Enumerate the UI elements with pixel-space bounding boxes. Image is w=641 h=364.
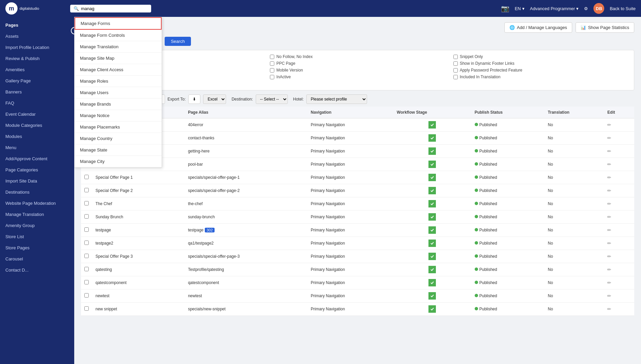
cell-edit[interactable]: ✏ [604,118,634,132]
cell-translation: No [545,158,604,171]
sidebar-item-modules[interactable]: Modules [0,131,74,142]
filter-ppc-page[interactable]: PPC Page [270,61,445,66]
sidebar-item-add-approve-content[interactable]: Add/Approve Content [0,153,74,164]
sidebar-item-gallery-page[interactable]: Gallery Page [0,75,74,86]
sidebar-item-import-profile-location[interactable]: Import Profile Location [0,42,74,53]
dropdown-item-manage-brands[interactable]: Manage Brands [75,99,162,110]
sidebar-item-amenity-group[interactable]: Amenity Group [0,220,74,231]
global-search-input[interactable] [81,6,148,11]
dropdown-item-manage-placemarks[interactable]: Manage Placemarks [75,121,162,133]
cell-edit[interactable]: ✏ [604,263,634,276]
sidebar-item-faq[interactable]: FAQ [0,97,74,109]
row-checkbox[interactable] [84,254,89,258]
row-checkbox[interactable] [84,175,89,179]
destination-select[interactable]: -- Select -- [256,94,288,104]
dropdown-item-manage-translation[interactable]: Manage Translation [75,41,162,53]
cell-edit[interactable]: ✏ [604,132,634,145]
sidebar-item-contact-d[interactable]: Contact D... [0,264,74,276]
add-manage-languages-button[interactable]: 🌐 Add / Manage Languages [504,22,572,33]
edit-icon[interactable]: ✏ [607,254,611,259]
dropdown-item-manage-city[interactable]: Manage City [75,156,162,167]
cell-edit[interactable]: ✏ [604,145,634,158]
sidebar-item-review-publish[interactable]: Review & Publish [0,53,74,64]
edit-icon[interactable]: ✏ [607,135,611,141]
cell-edit[interactable]: ✏ [604,184,634,197]
dropdown-item-manage-notice[interactable]: Manage Notice [75,110,162,121]
search-button[interactable]: Search [165,37,191,46]
filter-included-translation[interactable]: Included In Translation [453,75,629,79]
row-checkbox[interactable] [84,293,89,298]
sidebar-item-destinations[interactable]: Destinations [0,187,74,198]
filter-password-protected[interactable]: Apply Password Protected Feature [453,68,629,73]
row-checkbox[interactable] [84,280,89,284]
filter-mobile-version[interactable]: Mobile Version [270,68,445,73]
filter-dynamic-footer[interactable]: Show in Dynamic Footer Links [453,61,629,66]
dropdown-item-manage-form-controls[interactable]: Manage Form Controls [75,30,162,41]
dropdown-item-manage-state[interactable]: Manage State [75,144,162,156]
show-page-statistics-button[interactable]: 📊 Show Page Statistics [576,22,634,33]
edit-icon[interactable]: ✏ [607,162,611,167]
cell-edit[interactable]: ✏ [604,224,634,237]
row-checkbox[interactable] [84,188,89,192]
lang-selector[interactable]: EN ▾ [515,6,525,11]
row-checkbox[interactable] [84,214,89,219]
edit-icon[interactable]: ✏ [607,148,611,154]
edit-icon[interactable]: ✏ [607,293,611,299]
dropdown-item-manage-roles[interactable]: Manage Roles [75,76,162,87]
sidebar-item-store-list[interactable]: Store List [0,231,74,242]
user-menu[interactable]: Advanced Programmer ▾ [530,6,579,11]
edit-icon[interactable]: ✏ [607,214,611,220]
global-search-bar[interactable]: 🔍 [70,5,151,12]
sidebar-item-store-pages[interactable]: Store Pages [0,242,74,253]
filter-snippet-only[interactable]: Snippet Only [453,54,629,59]
sidebar-item-import-site-data[interactable]: Import Site Data [0,175,74,187]
sidebar-item-page-categories[interactable]: Page Categories [0,164,74,175]
edit-icon[interactable]: ✏ [607,201,611,206]
cell-edit[interactable]: ✏ [604,289,634,303]
camera-icon[interactable]: 📷 [501,4,509,12]
dropdown-item-manage-users[interactable]: Manage Users [75,87,162,99]
row-checkbox[interactable] [84,267,89,271]
sidebar-item-carousel[interactable]: Carousel [0,253,74,264]
edit-icon[interactable]: ✏ [607,227,611,233]
cell-edit[interactable]: ✏ [604,250,634,263]
cell-edit[interactable]: ✏ [604,158,634,171]
sidebar-item-menu[interactable]: Menu [0,142,74,153]
back-to-suite-button[interactable]: Back to Suite [610,6,636,11]
filter-no-follow[interactable]: No Follow, No Index [270,54,445,59]
row-checkbox[interactable] [84,241,89,245]
sidebar-item-website-page-moderation[interactable]: Website Page Moderation [0,198,74,209]
filter-inactive[interactable]: InActive [270,75,445,79]
sidebar-item-module-categories[interactable]: Module Categories [0,120,74,131]
cell-edit[interactable]: ✏ [604,171,634,184]
cell-edit[interactable]: ✏ [604,211,634,224]
sidebar-item-event-calendar[interactable]: Event Calendar [0,109,74,120]
sidebar-item-amenities[interactable]: Amenities [0,64,74,75]
cell-edit[interactable]: ✏ [604,276,634,289]
row-checkbox[interactable] [84,306,89,311]
cell-edit[interactable]: ✏ [604,197,634,211]
edit-icon[interactable]: ✏ [607,267,611,272]
edit-icon[interactable]: ✏ [607,280,611,285]
row-checkbox[interactable] [84,227,89,232]
settings-button[interactable]: ⚙ [584,6,588,11]
dropdown-item-manage-client-access[interactable]: Manage Client Access [75,64,162,76]
sidebar-item-banners[interactable]: Banners [0,86,74,97]
edit-icon[interactable]: ✏ [607,241,611,246]
export-download-button[interactable]: ⬇ [188,94,200,104]
sidebar-item-assets[interactable]: Assets [0,31,74,42]
cell-edit[interactable]: ✏ [604,237,634,250]
dropdown-item-manage-forms[interactable]: Manage Forms [75,17,162,30]
dropdown-item-manage-country[interactable]: Manage Country [75,133,162,144]
hotel-select[interactable]: Please select profile [306,94,367,104]
export-format-select[interactable]: Excel CSV PDF [203,94,226,104]
edit-icon[interactable]: ✏ [607,175,611,180]
edit-icon[interactable]: ✏ [607,306,611,312]
dropdown-item-manage-site-map[interactable]: Manage Site Map [75,53,162,64]
edit-icon[interactable]: ✏ [607,188,611,193]
edit-icon[interactable]: ✏ [607,122,611,128]
row-checkbox[interactable] [84,201,89,205]
sidebar-item-manage-translation[interactable]: Manage Translation [0,209,74,220]
cell-edit[interactable]: ✏ [604,303,634,316]
sidebar-item-pages[interactable]: Pages [0,20,74,31]
